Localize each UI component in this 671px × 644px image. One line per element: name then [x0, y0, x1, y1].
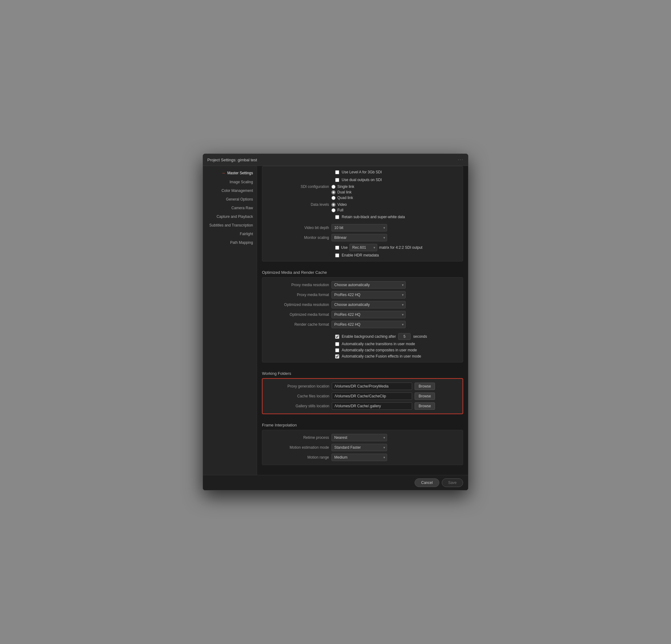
proxy-format-select-wrapper: ProRes 422 HQ	[331, 291, 406, 299]
data-full-radio[interactable]	[331, 208, 336, 212]
data-video-label: Video	[337, 202, 346, 207]
proxy-resolution-select[interactable]: Choose automatically	[331, 281, 406, 289]
sidebar-label-path-mapping: Path Mapping	[230, 240, 253, 245]
bg-cache-checkbox[interactable]	[335, 335, 339, 339]
proxy-location-input[interactable]	[332, 382, 412, 390]
retain-checkbox-row: Retain sub-black and super-white data	[335, 215, 405, 219]
working-folders-title: Working Folders	[262, 367, 463, 378]
cache-fusion-row: Automatically cache Fusion effects in us…	[267, 354, 458, 358]
proxy-format-label: Proxy media format	[267, 293, 329, 297]
sdi-single-radio[interactable]	[331, 185, 336, 189]
gallery-location-row: Gallery stills location Browse	[267, 402, 457, 410]
proxy-format-select[interactable]: ProRes 422 HQ	[331, 291, 406, 299]
motion-range-select[interactable]: Medium Small Large	[331, 454, 387, 461]
hdr-checkbox[interactable]	[335, 253, 339, 257]
dual-output-label: Use dual outputs on SDI	[342, 178, 382, 182]
optimized-format-label: Optimized media format	[267, 313, 329, 317]
cache-fusion-label: Automatically cache Fusion effects in us…	[342, 354, 421, 358]
bg-cache-seconds-input[interactable]	[398, 333, 410, 340]
retain-checkbox[interactable]	[335, 215, 339, 219]
sdi-quad-link-row: Quad link	[331, 195, 354, 200]
optimized-format-row: Optimized media format ProRes 422 HQ	[267, 311, 458, 318]
save-button[interactable]: Save	[442, 478, 463, 487]
sidebar-item-subtitles-transcription[interactable]: Subtitles and Transcription	[203, 221, 257, 230]
more-options-icon[interactable]: ···	[458, 157, 464, 163]
retime-select-wrapper: Nearest Frame Blend Optical Flow	[331, 434, 387, 441]
dialog-body: → Master Settings Image Scaling Color Ma…	[203, 166, 468, 475]
matrix-text: matrix for 4:2:2 SDI output	[379, 245, 422, 250]
cache-location-label: Cache files location	[267, 394, 329, 398]
working-folders-section: Working Folders Proxy generation locatio…	[262, 367, 463, 414]
sidebar-item-general-options[interactable]: General Options	[203, 195, 257, 204]
bit-depth-row: Video bit depth 10 bit 8 bit 12 bit	[267, 224, 458, 231]
bg-cache-label: Enable background caching after	[342, 334, 396, 339]
cache-location-input[interactable]	[332, 392, 412, 400]
cache-fusion-checkbox[interactable]	[335, 354, 339, 358]
use-label: Use	[341, 245, 347, 250]
sidebar-label-master-settings: Master Settings	[227, 171, 253, 175]
sidebar-label-fairlight: Fairlight	[240, 232, 253, 236]
cancel-button[interactable]: Cancel	[415, 478, 439, 487]
proxy-location-row: Proxy generation location Browse	[267, 382, 457, 390]
sidebar-label-subtitles-transcription: Subtitles and Transcription	[210, 223, 253, 227]
sdi-single-link-row: Single link	[331, 185, 354, 189]
rec601-select-wrapper: Rec.601 Rec.709	[350, 244, 377, 251]
bg-cache-unit: seconds	[413, 334, 427, 339]
sidebar-item-capture-playback[interactable]: Capture and Playback	[203, 212, 257, 221]
cache-location-browse-button[interactable]: Browse	[415, 392, 435, 400]
sidebar-item-fairlight[interactable]: Fairlight	[203, 230, 257, 238]
gallery-location-input[interactable]	[332, 402, 412, 410]
bit-depth-label: Video bit depth	[267, 226, 329, 230]
use-rec601-checkbox-wrapper: Use	[335, 245, 347, 250]
optimized-format-select[interactable]: ProRes 422 HQ	[331, 311, 406, 318]
sidebar-item-camera-raw[interactable]: Camera Raw	[203, 204, 257, 212]
active-arrow-icon: →	[221, 171, 226, 176]
working-folders-box: Proxy generation location Browse Cache f…	[262, 378, 463, 414]
sidebar-item-path-mapping[interactable]: Path Mapping	[203, 238, 257, 247]
data-levels-row: Data levels Video Full	[267, 202, 458, 212]
optimized-media-title: Optimized Media and Render Cache	[262, 266, 463, 277]
dual-output-checkbox[interactable]	[335, 178, 339, 182]
render-cache-row: Render cache format ProRes 422 HQ	[267, 321, 458, 328]
bit-depth-select[interactable]: 10 bit 8 bit 12 bit	[331, 224, 387, 231]
sdi-section: Use Level A for 3Gb SDI Use dual outputs…	[262, 166, 463, 262]
sdi-top-checkboxes: Use Level A for 3Gb SDI Use dual outputs…	[267, 170, 458, 182]
level-a-checkbox[interactable]	[335, 170, 339, 174]
sdi-quad-radio[interactable]	[331, 196, 336, 200]
optimized-resolution-select-wrapper: Choose automatically	[331, 301, 406, 308]
motion-mode-row: Motion estimation mode Standard Faster S…	[267, 444, 458, 451]
motion-range-label: Motion range	[267, 455, 329, 459]
data-levels-label: Data levels	[267, 202, 329, 207]
cache-transitions-checkbox[interactable]	[335, 342, 339, 346]
motion-mode-select[interactable]: Standard Faster Standard Better Enhanced…	[331, 444, 387, 451]
use-rec601-checkbox[interactable]	[335, 246, 339, 250]
optimized-resolution-row: Optimized media resolution Choose automa…	[267, 301, 458, 308]
sdi-dual-label: Dual link	[337, 190, 352, 194]
sidebar-label-general-options: General Options	[226, 197, 253, 201]
data-full-row: Full	[331, 208, 346, 212]
cache-composites-checkbox[interactable]	[335, 348, 339, 352]
sidebar-item-master-settings[interactable]: → Master Settings	[203, 168, 257, 178]
render-cache-select-wrapper: ProRes 422 HQ	[331, 321, 406, 328]
optimized-resolution-label: Optimized media resolution	[267, 303, 329, 307]
sidebar-label-capture-playback: Capture and Playback	[217, 214, 253, 219]
sdi-dual-radio[interactable]	[331, 190, 336, 194]
sidebar-label-image-scaling: Image Scaling	[229, 180, 253, 184]
hdr-row: Enable HDR metadata	[267, 253, 458, 257]
data-video-radio[interactable]	[331, 203, 336, 207]
project-settings-dialog: Project Settings: gimbal test ··· → Mast…	[203, 154, 468, 490]
proxy-location-browse-button[interactable]: Browse	[415, 382, 435, 390]
sidebar-item-image-scaling[interactable]: Image Scaling	[203, 178, 257, 186]
optimized-resolution-select[interactable]: Choose automatically	[331, 301, 406, 308]
render-cache-select[interactable]: ProRes 422 HQ	[331, 321, 406, 328]
hdr-checkbox-row: Enable HDR metadata	[335, 253, 458, 257]
retime-select[interactable]: Nearest Frame Blend Optical Flow	[331, 434, 387, 441]
cache-transitions-row: Automatically cache transitions in user …	[267, 342, 458, 346]
monitor-scaling-select[interactable]: Bilinear Nearest Sharp	[331, 234, 387, 241]
sdi-section-box: Use Level A for 3Gb SDI Use dual outputs…	[262, 166, 463, 262]
monitor-scaling-select-wrapper: Bilinear Nearest Sharp	[331, 234, 387, 241]
rec601-select[interactable]: Rec.601 Rec.709	[350, 244, 377, 251]
gallery-location-browse-button[interactable]: Browse	[415, 402, 435, 410]
sidebar-item-color-management[interactable]: Color Management	[203, 186, 257, 195]
optimized-format-select-wrapper: ProRes 422 HQ	[331, 311, 406, 318]
